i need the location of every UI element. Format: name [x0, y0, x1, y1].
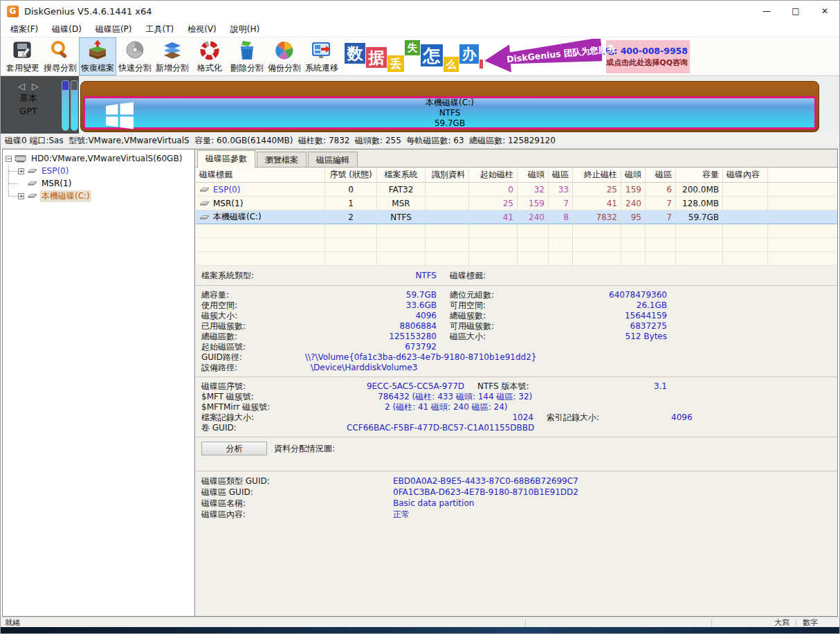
cell [723, 183, 768, 196]
quick-partition-icon [124, 39, 146, 62]
detail-label: 總磁簇數: [450, 311, 574, 321]
detail-row: $MFT 磁簇號:786432 (磁柱: 433 磁頭: 144 磁區: 32) [201, 392, 837, 402]
cell: 7 [646, 197, 676, 210]
column-header[interactable]: 磁頭 [518, 167, 549, 182]
format-button[interactable]: 格式化 [191, 37, 228, 75]
capacity-section: 總容量:59.7GB總位元組數:64078479360使用空間:33.6GB可用… [196, 286, 837, 377]
disk-bar[interactable]: 本機磁碟(C:) NTFS 59.7GB [80, 81, 819, 132]
system-migration-icon [311, 39, 333, 62]
tab-browse-files[interactable]: 瀏覽檔案 [257, 152, 307, 167]
detail-label: 卷 GUID: [201, 423, 305, 433]
detail-label: 已用磁簇數: [201, 321, 305, 332]
tree-children: +ESP(0)+MSR(1)+本機磁碟(C:) [3, 165, 194, 202]
system-migration-button[interactable]: 系統遷移 [303, 37, 340, 75]
backup-partition-icon [273, 39, 295, 62]
detail-label: 磁簇大小: [201, 311, 305, 321]
cell [426, 252, 469, 265]
detail-value: 125153280 [305, 332, 437, 342]
menu-help[interactable]: 說明(H) [223, 21, 266, 37]
detail-value: 3.1 [602, 381, 837, 392]
next-disk-icon[interactable]: ▷ [32, 81, 46, 91]
detail-value: \Device\HarddiskVolume3 [305, 363, 417, 373]
expand-icon[interactable]: + [18, 193, 24, 199]
new-partition-icon [161, 39, 183, 62]
detail-value: 2 (磁柱: 41 磁頭: 240 磁區: 24) [305, 402, 507, 413]
minimize-button[interactable]: — [752, 1, 781, 21]
cell: ESP(0) [196, 183, 325, 196]
esp-mini-bar[interactable] [62, 80, 69, 131]
toolbar-button-label: 快速分割 [118, 62, 152, 74]
detail-label: 磁碟標籤: [450, 270, 574, 282]
column-header[interactable]: 容量 [676, 167, 723, 182]
detail-value [574, 342, 837, 352]
tree-item[interactable]: +MSR(1) [3, 177, 194, 190]
cell [573, 224, 621, 237]
tab-partition-parameters[interactable]: 磁碟區參數 [197, 150, 255, 167]
msr-mini-bar[interactable] [71, 80, 78, 131]
column-header[interactable]: 磁頭 [621, 167, 646, 182]
cell [573, 238, 621, 251]
quick-partition-button[interactable]: 快速分割 [116, 37, 154, 75]
collapse-icon[interactable]: − [6, 156, 12, 162]
analyze-button[interactable]: 分析 [201, 442, 267, 455]
tree-item-label: ESP(0) [40, 166, 70, 176]
menu-disk[interactable]: 磁碟(D) [45, 21, 89, 37]
tree-item-disk[interactable]: − HD0:VMware,VMwareVirtualS(60GB) [3, 152, 194, 165]
banner-arrow: DiskGenius 团队为您服务 [484, 39, 602, 74]
column-header[interactable]: 磁區 [646, 167, 676, 182]
partition-row[interactable]: ESP(0)0FAT3203233251596200.0MB [196, 183, 837, 197]
status-caps-lock: 大寫 [768, 617, 796, 628]
disk-type-gpt-label: GPT [1, 105, 56, 118]
menu-tools[interactable]: 工具(T) [138, 21, 181, 37]
tab-bar: 磁碟區參數瀏覽檔案磁區編輯 [196, 150, 837, 167]
new-partition-button[interactable]: 新增分割 [154, 37, 191, 75]
column-header[interactable]: 檔案系統 [377, 167, 426, 182]
tree-item[interactable]: +ESP(0) [3, 165, 194, 177]
column-header[interactable]: 磁區 [549, 167, 573, 182]
column-header[interactable]: 識別資料 [426, 167, 469, 182]
backup-partition-button[interactable]: 備份分割 [266, 37, 303, 75]
expand-icon[interactable]: + [18, 168, 24, 174]
empty-row [196, 238, 837, 252]
maximize-button[interactable]: □ [781, 1, 810, 21]
banner-qq-link[interactable]: 或点击此处选择QQ咨询 [606, 57, 688, 68]
menu-partition[interactable]: 磁碟區(P) [89, 21, 139, 37]
detail-row: 卷 GUID:CCF66BAC-F5BF-477D-BC57-C1A01155D… [201, 423, 837, 433]
column-header[interactable]: 磁碟標籤 [196, 167, 325, 182]
detail-value: 4096 [671, 413, 840, 423]
close-button[interactable]: ✕ [810, 1, 839, 21]
menu-view[interactable]: 檢視(V) [181, 21, 223, 37]
partition-label: 本機磁碟(C:) [213, 211, 262, 223]
detail-label: 總位元組數: [450, 290, 574, 300]
c-partition-block[interactable]: 本機磁碟(C:) NTFS 59.7GB [83, 96, 816, 129]
tree-item-label: MSR(1) [40, 179, 73, 188]
ad-banner[interactable]: 数据丢失怎么办! DiskGenius 团队为您服务 致电: 400-008-9… [345, 39, 690, 75]
column-header[interactable]: 序號 (狀態) [325, 167, 377, 182]
detail-value: 9ECC-5AC5-CC5A-977D [305, 381, 464, 392]
menu-file[interactable]: 檔案(F) [3, 21, 45, 37]
cell: 240 [518, 210, 549, 224]
diskgenius-window: DiskGenius V5.4.6.1441 x64 — □ ✕ 檔案(F)磁碟… [0, 0, 840, 634]
column-header[interactable]: 終止磁柱 [573, 167, 621, 182]
banner-contact[interactable]: 致电: 400-008-9958 或点击此处选择QQ咨询 [606, 40, 690, 73]
cell [646, 238, 676, 251]
detail-value: 59.7GB [305, 290, 437, 300]
prev-disk-icon[interactable]: ◁ [18, 81, 32, 91]
tab-sector-edit[interactable]: 磁區編輯 [308, 152, 358, 167]
column-header[interactable]: 磁碟內容 [723, 167, 768, 182]
cell: 7 [646, 210, 676, 224]
detail-value: 0FA1C3BA-D623-4E7B-9180-8710B1E91DD2 [393, 487, 578, 498]
status-ready: 就緒 [1, 617, 525, 628]
search-partition-button[interactable]: 搜尋分割 [42, 37, 79, 75]
partition-row[interactable]: MSR(1)1MSR251597412407128.0MB [196, 197, 837, 210]
apply-changes-button[interactable]: 套用變更 [4, 37, 42, 75]
cell [549, 252, 573, 265]
detail-panel: 磁碟區參數瀏覽檔案磁區編輯 磁碟標籤序號 (狀態)檔案系統識別資料起始磁柱磁頭磁… [196, 150, 837, 616]
column-header[interactable]: 起始磁柱 [469, 167, 518, 182]
recover-files-button[interactable]: 恢復檔案 [79, 37, 116, 75]
cell [426, 224, 469, 237]
delete-partition-button[interactable]: 刪除分割 [228, 37, 266, 75]
tree-item[interactable]: +本機磁碟(C:) [3, 190, 194, 202]
partition-row[interactable]: 本機磁碟(C:)2NTFS412408783295759.7GB [196, 210, 837, 224]
cell: 25 [469, 197, 518, 210]
